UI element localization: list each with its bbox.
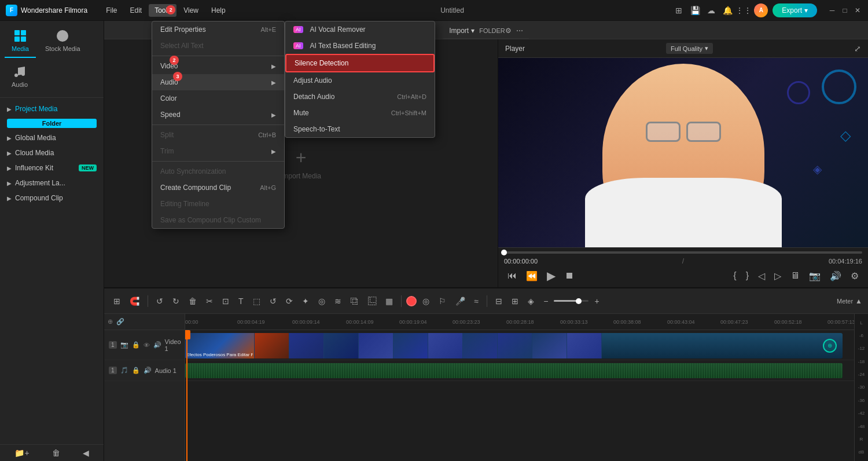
- menu-compound-clip[interactable]: Create Compound Clip Alt+G: [152, 180, 284, 196]
- sidebar-item-cloud-media[interactable]: ▶ Cloud Media: [2, 145, 101, 160]
- zoom-out-btn[interactable]: −: [540, 294, 551, 308]
- stabilize-btn[interactable]: ◎: [315, 294, 329, 308]
- submenu-adjust-audio[interactable]: Adjust Audio: [285, 72, 435, 89]
- submenu-silence-detection[interactable]: Silence Detection: [285, 54, 435, 72]
- hide-video-btn[interactable]: 🔊: [153, 341, 161, 349]
- text-btn[interactable]: T: [235, 294, 247, 308]
- timeline-view-btn[interactable]: ⊞: [110, 294, 124, 308]
- layout-icon[interactable]: ⊞: [673, 5, 685, 16]
- ai-scene-btn[interactable]: ⊞: [508, 294, 522, 308]
- collapse-sidebar-button[interactable]: ◀: [83, 448, 89, 458]
- import-button[interactable]: Import ▾: [449, 27, 475, 35]
- playhead[interactable]: [186, 330, 187, 461]
- mute-audio-btn[interactable]: 🔊: [144, 367, 152, 374]
- zoom-in-btn[interactable]: +: [591, 294, 602, 308]
- fullscreen-icon[interactable]: ⤢: [854, 44, 861, 53]
- more-options-icon[interactable]: ⋯: [516, 27, 523, 35]
- sidebar-item-adjustment[interactable]: ▶ Adjustment La...: [2, 175, 101, 191]
- snap-button[interactable]: ⊕: [108, 318, 113, 325]
- sidebar-item-project-media[interactable]: ▶ Project Media: [2, 101, 101, 116]
- step-back-button[interactable]: ⏪: [523, 269, 541, 283]
- grid-icon[interactable]: ⋮⋮: [738, 5, 749, 16]
- link-button[interactable]: 🔗: [116, 318, 124, 325]
- upload-cloud-icon[interactable]: ☁: [705, 5, 717, 16]
- avatar[interactable]: A: [754, 3, 768, 17]
- audio-eq-btn[interactable]: ≋: [331, 294, 345, 308]
- menu-select-all-text[interactable]: Select All Text: [152, 38, 284, 54]
- tab-media[interactable]: Media: [5, 24, 36, 58]
- cut-btn[interactable]: ✂: [203, 294, 216, 308]
- volume-icon[interactable]: 🔊: [826, 269, 845, 283]
- submenu-ai-vocal-remover[interactable]: AI AI Vocal Remover: [285, 21, 435, 38]
- menu-trim[interactable]: Trim ▶: [152, 143, 284, 159]
- menu-view[interactable]: View: [178, 4, 204, 17]
- menu-video[interactable]: Video ▶ 2: [152, 58, 284, 74]
- add-folder-button[interactable]: 📁+: [14, 448, 29, 458]
- paste-btn[interactable]: ⿺: [365, 294, 380, 308]
- settings-icon[interactable]: ⚙: [847, 269, 862, 283]
- menu-split[interactable]: Split Ctrl+B: [152, 127, 284, 143]
- color-grade-btn[interactable]: ◈: [524, 294, 538, 308]
- quality-select[interactable]: Full Quality ▾: [666, 43, 713, 54]
- ai-btn[interactable]: ✦: [299, 294, 312, 308]
- menu-file[interactable]: File: [100, 4, 123, 17]
- menu-help[interactable]: Help: [205, 4, 231, 17]
- lock-audio-btn[interactable]: 🔒: [132, 367, 140, 374]
- submenu-ai-text-editing[interactable]: AI AI Text Based Editing: [285, 38, 435, 54]
- menu-save-compound[interactable]: Save as Compound Clip Custom: [152, 212, 284, 228]
- clip-prev-icon[interactable]: ◁: [755, 269, 768, 283]
- menu-editing-timeline[interactable]: Editing Timeline: [152, 196, 284, 212]
- minimize-button[interactable]: ─: [827, 6, 837, 15]
- clip-next-icon[interactable]: ▷: [771, 269, 785, 283]
- audio-clip[interactable]: [185, 363, 843, 378]
- folder-label[interactable]: Folder: [7, 119, 97, 128]
- meter-arrow[interactable]: ▲: [855, 297, 862, 305]
- snapshot-icon[interactable]: 📷: [806, 269, 824, 283]
- mark-in-icon[interactable]: {: [730, 269, 740, 282]
- maximize-button[interactable]: □: [840, 6, 849, 15]
- submenu-detach-audio[interactable]: Detach Audio Ctrl+Alt+D: [285, 89, 435, 105]
- redo-btn[interactable]: ↻: [169, 294, 183, 308]
- group-btn[interactable]: ▦: [382, 294, 396, 308]
- scene-detect-btn[interactable]: ⊟: [492, 294, 506, 308]
- tab-audio[interactable]: Audio: [5, 60, 35, 94]
- tab-stock-media[interactable]: Stock Media: [38, 24, 87, 58]
- video-clip[interactable]: Efectos Poderosos Para Editar Fútbol | G…: [185, 333, 843, 358]
- submenu-speech-to-text[interactable]: Speech-to-Text: [285, 121, 435, 137]
- import-media-area[interactable]: + Import Media: [281, 147, 321, 180]
- delete-button[interactable]: 🗑: [52, 448, 60, 458]
- menu-speed[interactable]: Speed ▶: [152, 107, 284, 123]
- delete-btn[interactable]: 🗑: [185, 294, 200, 308]
- progress-bar[interactable]: [504, 251, 862, 254]
- loop-btn[interactable]: ⟳: [282, 294, 296, 308]
- progress-thumb[interactable]: [501, 250, 507, 255]
- zoom-slider[interactable]: [554, 300, 589, 302]
- menu-edit-properties[interactable]: Edit Properties Alt+E: [152, 21, 284, 38]
- sidebar-item-global-media[interactable]: ▶ Global Media: [2, 130, 101, 145]
- menu-edit[interactable]: Edit: [124, 4, 148, 17]
- voice-btn[interactable]: 🎤: [452, 294, 469, 308]
- export-button[interactable]: Export ▾: [773, 3, 817, 17]
- record-button[interactable]: [406, 296, 417, 306]
- mute-video-btn[interactable]: 👁: [144, 342, 150, 349]
- motion-btn[interactable]: ◎: [419, 294, 433, 308]
- menu-auto-sync[interactable]: Auto Synchronization: [152, 163, 284, 180]
- copy-btn[interactable]: ⿻: [347, 294, 362, 308]
- play-button[interactable]: ▶: [543, 268, 559, 284]
- undo-btn[interactable]: ↺: [153, 294, 167, 308]
- monitor-icon[interactable]: 🖥: [787, 269, 803, 282]
- rewind-button[interactable]: ⏮: [504, 269, 520, 282]
- rotate-btn[interactable]: ↺: [266, 294, 280, 308]
- lock-video-btn[interactable]: 🔒: [132, 341, 140, 349]
- audio-key-btn[interactable]: ⚐: [435, 294, 450, 308]
- crop-btn[interactable]: ⊡: [219, 294, 233, 308]
- audio-duck-btn[interactable]: ≈: [471, 294, 483, 308]
- magnetic-snap-btn[interactable]: 🧲: [126, 294, 143, 308]
- zoom-thumb[interactable]: [576, 298, 582, 304]
- mark-out-icon[interactable]: }: [742, 269, 752, 282]
- stop-button[interactable]: ⏹: [561, 269, 578, 282]
- submenu-mute[interactable]: Mute Ctrl+Shift+M: [285, 105, 435, 121]
- menu-color[interactable]: Color: [152, 90, 284, 107]
- sidebar-item-compound-clip[interactable]: ▶ Compound Clip: [2, 191, 101, 206]
- menu-audio[interactable]: Audio ▶ 3: [152, 74, 284, 90]
